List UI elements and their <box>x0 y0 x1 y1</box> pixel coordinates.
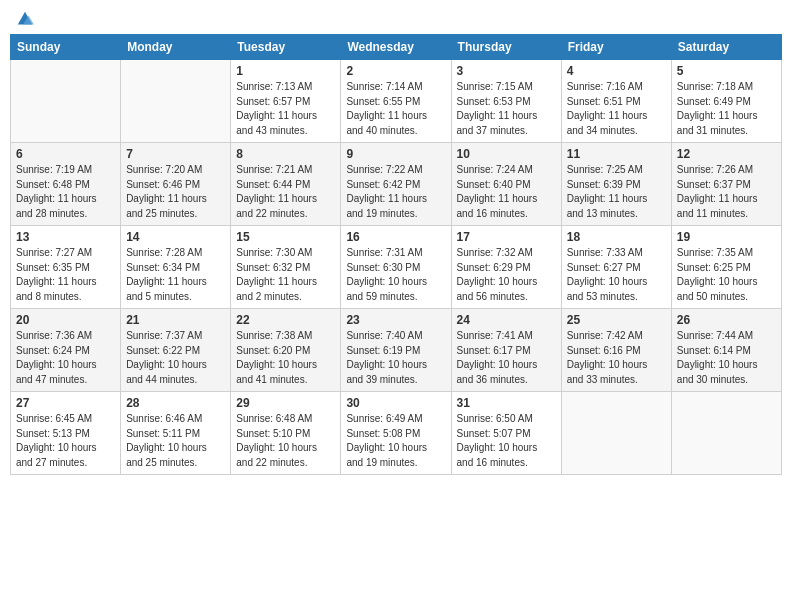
logo <box>14 10 34 26</box>
calendar-header-row: SundayMondayTuesdayWednesdayThursdayFrid… <box>11 35 782 60</box>
day-number: 23 <box>346 313 445 327</box>
calendar-cell: 8Sunrise: 7:21 AMSunset: 6:44 PMDaylight… <box>231 143 341 226</box>
day-number: 1 <box>236 64 335 78</box>
calendar-cell: 12Sunrise: 7:26 AMSunset: 6:37 PMDayligh… <box>671 143 781 226</box>
day-number: 14 <box>126 230 225 244</box>
calendar-cell: 4Sunrise: 7:16 AMSunset: 6:51 PMDaylight… <box>561 60 671 143</box>
day-info: Sunrise: 7:40 AMSunset: 6:19 PMDaylight:… <box>346 329 445 387</box>
day-info: Sunrise: 6:46 AMSunset: 5:11 PMDaylight:… <box>126 412 225 470</box>
calendar-cell: 16Sunrise: 7:31 AMSunset: 6:30 PMDayligh… <box>341 226 451 309</box>
calendar-cell: 2Sunrise: 7:14 AMSunset: 6:55 PMDaylight… <box>341 60 451 143</box>
day-number: 29 <box>236 396 335 410</box>
day-info: Sunrise: 7:26 AMSunset: 6:37 PMDaylight:… <box>677 163 776 221</box>
calendar-week-row: 13Sunrise: 7:27 AMSunset: 6:35 PMDayligh… <box>11 226 782 309</box>
day-info: Sunrise: 7:25 AMSunset: 6:39 PMDaylight:… <box>567 163 666 221</box>
calendar-cell: 28Sunrise: 6:46 AMSunset: 5:11 PMDayligh… <box>121 392 231 475</box>
day-number: 10 <box>457 147 556 161</box>
day-info: Sunrise: 7:21 AMSunset: 6:44 PMDaylight:… <box>236 163 335 221</box>
calendar-cell: 31Sunrise: 6:50 AMSunset: 5:07 PMDayligh… <box>451 392 561 475</box>
day-info: Sunrise: 6:48 AMSunset: 5:10 PMDaylight:… <box>236 412 335 470</box>
day-number: 31 <box>457 396 556 410</box>
calendar-cell: 22Sunrise: 7:38 AMSunset: 6:20 PMDayligh… <box>231 309 341 392</box>
col-header-monday: Monday <box>121 35 231 60</box>
day-number: 16 <box>346 230 445 244</box>
calendar-week-row: 27Sunrise: 6:45 AMSunset: 5:13 PMDayligh… <box>11 392 782 475</box>
calendar-cell: 5Sunrise: 7:18 AMSunset: 6:49 PMDaylight… <box>671 60 781 143</box>
day-number: 17 <box>457 230 556 244</box>
col-header-tuesday: Tuesday <box>231 35 341 60</box>
day-number: 9 <box>346 147 445 161</box>
day-info: Sunrise: 7:18 AMSunset: 6:49 PMDaylight:… <box>677 80 776 138</box>
day-number: 4 <box>567 64 666 78</box>
col-header-thursday: Thursday <box>451 35 561 60</box>
day-info: Sunrise: 7:36 AMSunset: 6:24 PMDaylight:… <box>16 329 115 387</box>
col-header-wednesday: Wednesday <box>341 35 451 60</box>
day-number: 18 <box>567 230 666 244</box>
day-info: Sunrise: 7:35 AMSunset: 6:25 PMDaylight:… <box>677 246 776 304</box>
day-number: 15 <box>236 230 335 244</box>
calendar-cell: 20Sunrise: 7:36 AMSunset: 6:24 PMDayligh… <box>11 309 121 392</box>
day-info: Sunrise: 6:45 AMSunset: 5:13 PMDaylight:… <box>16 412 115 470</box>
calendar-cell <box>671 392 781 475</box>
day-number: 19 <box>677 230 776 244</box>
day-number: 7 <box>126 147 225 161</box>
calendar-cell: 3Sunrise: 7:15 AMSunset: 6:53 PMDaylight… <box>451 60 561 143</box>
day-info: Sunrise: 7:13 AMSunset: 6:57 PMDaylight:… <box>236 80 335 138</box>
calendar-cell: 23Sunrise: 7:40 AMSunset: 6:19 PMDayligh… <box>341 309 451 392</box>
day-number: 30 <box>346 396 445 410</box>
calendar-cell: 17Sunrise: 7:32 AMSunset: 6:29 PMDayligh… <box>451 226 561 309</box>
day-info: Sunrise: 7:42 AMSunset: 6:16 PMDaylight:… <box>567 329 666 387</box>
day-info: Sunrise: 7:20 AMSunset: 6:46 PMDaylight:… <box>126 163 225 221</box>
day-info: Sunrise: 7:41 AMSunset: 6:17 PMDaylight:… <box>457 329 556 387</box>
day-info: Sunrise: 7:30 AMSunset: 6:32 PMDaylight:… <box>236 246 335 304</box>
day-info: Sunrise: 7:31 AMSunset: 6:30 PMDaylight:… <box>346 246 445 304</box>
calendar-week-row: 1Sunrise: 7:13 AMSunset: 6:57 PMDaylight… <box>11 60 782 143</box>
day-number: 27 <box>16 396 115 410</box>
calendar-cell: 9Sunrise: 7:22 AMSunset: 6:42 PMDaylight… <box>341 143 451 226</box>
calendar-cell: 18Sunrise: 7:33 AMSunset: 6:27 PMDayligh… <box>561 226 671 309</box>
calendar-week-row: 20Sunrise: 7:36 AMSunset: 6:24 PMDayligh… <box>11 309 782 392</box>
day-number: 20 <box>16 313 115 327</box>
day-number: 8 <box>236 147 335 161</box>
day-number: 2 <box>346 64 445 78</box>
col-header-saturday: Saturday <box>671 35 781 60</box>
day-number: 13 <box>16 230 115 244</box>
calendar-cell: 6Sunrise: 7:19 AMSunset: 6:48 PMDaylight… <box>11 143 121 226</box>
day-number: 11 <box>567 147 666 161</box>
day-number: 21 <box>126 313 225 327</box>
calendar-cell <box>561 392 671 475</box>
calendar-table: SundayMondayTuesdayWednesdayThursdayFrid… <box>10 34 782 475</box>
page-header <box>10 10 782 26</box>
col-header-friday: Friday <box>561 35 671 60</box>
day-info: Sunrise: 7:44 AMSunset: 6:14 PMDaylight:… <box>677 329 776 387</box>
calendar-cell <box>121 60 231 143</box>
calendar-cell: 19Sunrise: 7:35 AMSunset: 6:25 PMDayligh… <box>671 226 781 309</box>
day-number: 3 <box>457 64 556 78</box>
calendar-cell: 24Sunrise: 7:41 AMSunset: 6:17 PMDayligh… <box>451 309 561 392</box>
day-number: 25 <box>567 313 666 327</box>
day-info: Sunrise: 7:38 AMSunset: 6:20 PMDaylight:… <box>236 329 335 387</box>
day-number: 26 <box>677 313 776 327</box>
day-info: Sunrise: 7:32 AMSunset: 6:29 PMDaylight:… <box>457 246 556 304</box>
logo-icon <box>16 10 34 28</box>
day-info: Sunrise: 7:14 AMSunset: 6:55 PMDaylight:… <box>346 80 445 138</box>
calendar-cell: 27Sunrise: 6:45 AMSunset: 5:13 PMDayligh… <box>11 392 121 475</box>
calendar-week-row: 6Sunrise: 7:19 AMSunset: 6:48 PMDaylight… <box>11 143 782 226</box>
day-info: Sunrise: 6:49 AMSunset: 5:08 PMDaylight:… <box>346 412 445 470</box>
day-number: 12 <box>677 147 776 161</box>
day-info: Sunrise: 7:22 AMSunset: 6:42 PMDaylight:… <box>346 163 445 221</box>
day-info: Sunrise: 7:15 AMSunset: 6:53 PMDaylight:… <box>457 80 556 138</box>
calendar-cell: 7Sunrise: 7:20 AMSunset: 6:46 PMDaylight… <box>121 143 231 226</box>
day-number: 24 <box>457 313 556 327</box>
day-info: Sunrise: 7:27 AMSunset: 6:35 PMDaylight:… <box>16 246 115 304</box>
col-header-sunday: Sunday <box>11 35 121 60</box>
calendar-cell: 13Sunrise: 7:27 AMSunset: 6:35 PMDayligh… <box>11 226 121 309</box>
day-info: Sunrise: 7:16 AMSunset: 6:51 PMDaylight:… <box>567 80 666 138</box>
day-info: Sunrise: 7:28 AMSunset: 6:34 PMDaylight:… <box>126 246 225 304</box>
day-info: Sunrise: 7:37 AMSunset: 6:22 PMDaylight:… <box>126 329 225 387</box>
day-info: Sunrise: 7:19 AMSunset: 6:48 PMDaylight:… <box>16 163 115 221</box>
calendar-cell: 25Sunrise: 7:42 AMSunset: 6:16 PMDayligh… <box>561 309 671 392</box>
calendar-cell: 21Sunrise: 7:37 AMSunset: 6:22 PMDayligh… <box>121 309 231 392</box>
day-info: Sunrise: 7:24 AMSunset: 6:40 PMDaylight:… <box>457 163 556 221</box>
day-number: 22 <box>236 313 335 327</box>
